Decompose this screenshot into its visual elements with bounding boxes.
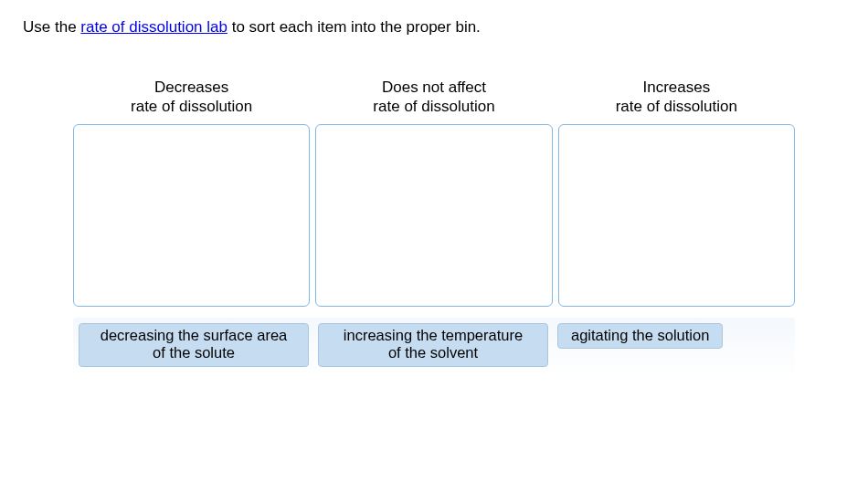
bins-row: Decreases rate of dissolution Does not a… (23, 78, 845, 307)
item-line1: increasing the temperature (344, 327, 523, 343)
item-line2: of the solute (153, 344, 235, 361)
bin-dropzone-noeffect[interactable] (315, 124, 552, 307)
drag-item-temperature[interactable]: increasing the temperature of the solven… (318, 323, 548, 368)
bin-decreases: Decreases rate of dissolution (73, 78, 310, 307)
item-line1: decreasing the surface area (101, 327, 288, 343)
bin-dropzone-decreases[interactable] (73, 124, 310, 307)
bin-increases: Increases rate of dissolution (558, 78, 795, 307)
bin-header: Decreases rate of dissolution (131, 78, 252, 117)
drag-item-surface-area[interactable]: decreasing the surface area of the solut… (79, 323, 309, 368)
instruction-text: Use the rate of dissolution lab to sort … (23, 18, 845, 37)
item-line1: agitating the solution (571, 327, 709, 343)
bin-header-line2: rate of dissolution (373, 98, 494, 115)
items-tray: decreasing the surface area of the solut… (73, 318, 795, 381)
bin-header-line1: Does not affect (382, 79, 486, 96)
bin-dropzone-increases[interactable] (558, 124, 795, 307)
drag-item-agitating[interactable]: agitating the solution (557, 323, 723, 350)
bin-header-line2: rate of dissolution (131, 98, 252, 115)
instruction-prefix: Use the (23, 18, 80, 36)
dissolution-lab-link[interactable]: rate of dissolution lab (80, 18, 228, 36)
instruction-suffix: to sort each item into the proper bin. (228, 18, 481, 36)
bin-header: Does not affect rate of dissolution (373, 78, 494, 117)
bin-header-line1: Decreases (154, 79, 228, 96)
item-line2: of the solvent (388, 344, 478, 361)
bin-header-line1: Increases (642, 79, 710, 96)
bin-header-line2: rate of dissolution (616, 98, 737, 115)
bin-header: Increases rate of dissolution (616, 78, 737, 117)
bin-noeffect: Does not affect rate of dissolution (315, 78, 552, 307)
